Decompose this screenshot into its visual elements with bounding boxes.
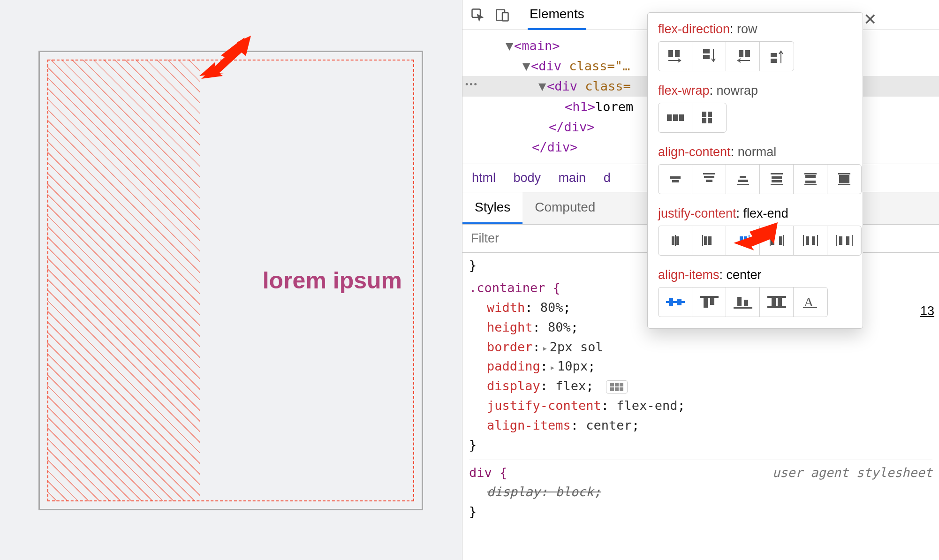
svg-rect-23 bbox=[679, 114, 684, 121]
flex-editor-popover: ✕ flex-direction: row flex-wrap: nowrap … bbox=[647, 12, 863, 329]
svg-rect-27 bbox=[708, 118, 712, 123]
svg-rect-64 bbox=[836, 235, 837, 246]
heading-text: lorem ipsum bbox=[263, 267, 402, 294]
svg-rect-37 bbox=[772, 176, 782, 179]
svg-rect-56 bbox=[770, 235, 771, 246]
svg-rect-17 bbox=[739, 50, 743, 57]
svg-rect-20 bbox=[771, 59, 777, 63]
align-items-center[interactable] bbox=[659, 288, 692, 317]
flex-editor-badge-icon[interactable] bbox=[606, 380, 628, 394]
svg-rect-36 bbox=[771, 173, 783, 174]
align-content-space-around[interactable] bbox=[760, 165, 794, 194]
close-icon[interactable]: ✕ bbox=[863, 10, 877, 29]
svg-rect-79 bbox=[734, 307, 752, 309]
justify-content-flex-end[interactable] bbox=[726, 226, 760, 255]
svg-rect-12 bbox=[620, 387, 623, 391]
svg-rect-10 bbox=[610, 387, 614, 391]
align-content-space-between[interactable] bbox=[794, 165, 827, 194]
svg-rect-22 bbox=[673, 114, 678, 121]
align-content-center[interactable] bbox=[659, 165, 692, 194]
justify-content-space-between[interactable] bbox=[760, 226, 794, 255]
svg-rect-26 bbox=[702, 118, 706, 123]
flex-direction-row[interactable] bbox=[659, 42, 692, 71]
svg-rect-62 bbox=[812, 236, 815, 245]
svg-rect-67 bbox=[852, 235, 853, 246]
svg-rect-33 bbox=[740, 176, 746, 178]
svg-rect-47 bbox=[672, 236, 674, 245]
svg-rect-74 bbox=[700, 296, 719, 298]
svg-rect-38 bbox=[772, 180, 782, 182]
tab-styles[interactable]: Styles bbox=[462, 192, 523, 224]
flex-wrap-wrap[interactable] bbox=[692, 103, 726, 132]
svg-rect-18 bbox=[745, 50, 750, 57]
align-items-flex-end[interactable] bbox=[726, 288, 760, 317]
svg-rect-60 bbox=[803, 235, 804, 246]
svg-rect-72 bbox=[669, 298, 673, 306]
tab-computed[interactable]: Computed bbox=[523, 192, 607, 224]
svg-rect-82 bbox=[778, 298, 782, 306]
align-content-end[interactable] bbox=[726, 165, 760, 194]
device-toggle-icon[interactable] bbox=[494, 7, 510, 23]
svg-rect-55 bbox=[749, 235, 750, 246]
svg-rect-19 bbox=[771, 53, 777, 57]
svg-rect-40 bbox=[804, 173, 817, 174]
inspect-icon[interactable] bbox=[470, 7, 486, 23]
svg-rect-63 bbox=[817, 235, 818, 246]
svg-rect-66 bbox=[846, 236, 849, 245]
svg-rect-54 bbox=[744, 236, 747, 245]
svg-rect-41 bbox=[805, 175, 816, 178]
flex-direction-row-reverse[interactable] bbox=[726, 42, 760, 71]
svg-rect-14 bbox=[675, 50, 680, 57]
svg-rect-85 bbox=[803, 307, 817, 308]
svg-rect-73 bbox=[677, 299, 682, 305]
svg-rect-59 bbox=[783, 235, 784, 246]
svg-rect-9 bbox=[620, 383, 623, 386]
svg-rect-11 bbox=[615, 387, 619, 391]
svg-rect-61 bbox=[806, 236, 809, 245]
justify-content-space-evenly[interactable] bbox=[827, 226, 861, 255]
svg-rect-8 bbox=[615, 383, 619, 386]
svg-rect-75 bbox=[704, 298, 708, 308]
align-content-start[interactable] bbox=[692, 165, 726, 194]
svg-rect-35 bbox=[737, 184, 749, 185]
svg-rect-30 bbox=[703, 173, 715, 174]
svg-rect-81 bbox=[772, 298, 776, 306]
svg-rect-24 bbox=[702, 112, 706, 117]
svg-rect-83 bbox=[767, 306, 786, 308]
justify-content-center[interactable] bbox=[659, 226, 692, 255]
svg-rect-52 bbox=[708, 236, 712, 245]
svg-rect-25 bbox=[708, 112, 712, 117]
svg-rect-78 bbox=[744, 300, 748, 306]
svg-rect-13 bbox=[668, 50, 673, 57]
svg-rect-15 bbox=[703, 49, 710, 53]
flex-free-space-hatch bbox=[47, 60, 200, 501]
flex-direction-column-reverse[interactable] bbox=[760, 42, 794, 71]
svg-rect-28 bbox=[670, 176, 681, 179]
svg-rect-48 bbox=[675, 235, 676, 246]
svg-rect-45 bbox=[839, 175, 849, 183]
tab-elements[interactable]: Elements bbox=[528, 0, 586, 30]
svg-rect-42 bbox=[805, 181, 816, 183]
justify-content-flex-start[interactable] bbox=[692, 226, 726, 255]
preview-pane: lorem ipsum bbox=[0, 0, 462, 560]
svg-rect-57 bbox=[771, 236, 774, 245]
svg-rect-21 bbox=[667, 114, 672, 121]
align-items-flex-start[interactable] bbox=[692, 288, 726, 317]
svg-rect-7 bbox=[610, 383, 614, 386]
flex-direction-column[interactable] bbox=[692, 42, 726, 71]
svg-rect-53 bbox=[740, 236, 743, 245]
svg-rect-16 bbox=[703, 55, 710, 59]
justify-content-space-around[interactable] bbox=[794, 226, 827, 255]
svg-rect-51 bbox=[704, 236, 707, 245]
dom-main[interactable]: <main> bbox=[514, 38, 560, 53]
flex-wrap-nowrap[interactable] bbox=[659, 103, 692, 132]
svg-rect-43 bbox=[804, 184, 817, 185]
container-box: lorem ipsum bbox=[38, 51, 423, 510]
svg-rect-34 bbox=[738, 180, 748, 182]
ua-stylesheet-note: user agent stylesheet bbox=[772, 463, 932, 483]
svg-rect-6 bbox=[502, 13, 508, 21]
align-items-stretch[interactable] bbox=[760, 288, 794, 317]
align-content-stretch[interactable] bbox=[827, 165, 861, 194]
align-items-baseline[interactable]: A bbox=[794, 288, 827, 317]
source-line-link[interactable]: 13 bbox=[920, 304, 934, 318]
